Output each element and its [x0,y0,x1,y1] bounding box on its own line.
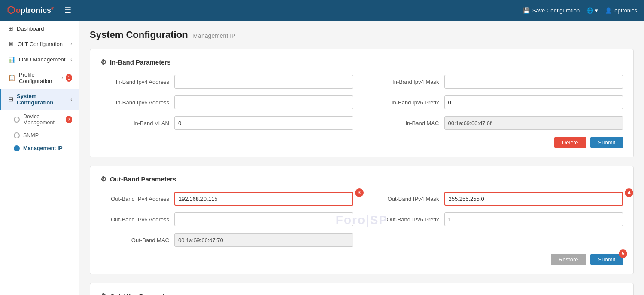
in-band-vlan-label: In-Band VLAN [100,120,169,126]
in-band-ipv6-address-input[interactable] [174,95,353,109]
out-band-ipv6-prefix-input[interactable] [444,212,623,226]
gateway-section: ⚙ GateWay Parameter IPv4 GateWay 6 IPv6 … [90,283,634,295]
save-config-label: Save Configuration [532,7,580,14]
chevron-icon: ‹ [70,97,72,102]
sidebar-sub-snmp[interactable]: SNMP [0,129,79,142]
profile-badge: 1 [66,74,72,82]
badge-5: 5 [619,249,627,258]
in-band-ipv4-address-row: In-Band Ipv4 Address [100,75,353,89]
in-band-title-text: In-Band Parameters [110,58,171,66]
out-band-button-row: Restore Submit 5 [100,254,623,265]
globe-icon: 🌐 [586,7,593,14]
in-band-ipv6-prefix-input[interactable] [444,95,623,109]
in-band-ipv4-address-label: In-Band Ipv4 Address [100,79,169,85]
circle-icon [14,132,20,138]
out-band-title-text: Out-Band Parameters [110,175,176,183]
out-band-ipv4-address-row: Out-Band IPv4 Address 3 [100,192,353,206]
out-band-ipv6-address-row: Out-Band IPv6 Address [100,212,353,226]
gateway-title-text: GateWay Parameter [110,292,170,295]
page-header: System Configuration Management IP [90,29,634,40]
in-band-delete-button[interactable]: Delete [554,137,586,148]
in-band-ipv4-address-input[interactable] [174,75,353,89]
out-band-ipv4-mask-input[interactable] [444,192,623,206]
out-band-ipv4-mask-row: Out-Band IPv4 Mask 4 [371,192,623,206]
sidebar-item-label: ONU Management [19,56,65,63]
circle-icon [14,117,20,123]
save-icon: 💾 [523,7,530,14]
onu-icon: 📊 [8,56,15,63]
sidebar-item-label: Dashboard [17,25,44,32]
in-band-submit-button[interactable]: Submit [590,137,623,148]
in-band-section: ⚙ In-Band Parameters In-Band Ipv4 Addres… [90,49,634,157]
language-button[interactable]: 🌐 ▾ [586,7,598,14]
profile-icon: 📋 [8,74,15,81]
sidebar-item-label: OLT Configuration [18,41,63,47]
sidebar-item-system-config[interactable]: ⊟ System Configuration ‹ [0,89,79,110]
in-band-icon: ⚙ [100,58,106,66]
chevron-icon: ‹ [70,57,72,62]
out-band-mac-row: Out-Band MAC [100,233,353,247]
sidebar-item-dashboard[interactable]: ⊞ Dashboard [0,21,79,36]
in-band-ipv4-mask-input[interactable] [444,75,623,89]
page-title: System Configuration [90,29,188,40]
out-band-ipv6-prefix-label: Out-Band IPv6 Prefix [371,216,439,223]
in-band-ipv6-prefix-row: In-Band Ipv6 Prefix [371,95,623,109]
in-band-ipv4-mask-label: In-Band Ipv4 Mask [371,79,439,85]
page-subtitle: Management IP [193,32,236,39]
sub-item-label: SNMP [23,132,39,138]
in-band-mac-label: In-Band MAC [371,120,439,126]
header: ⬡ optronics® ☰ 💾 Save Configuration 🌐 ▾ … [0,0,644,21]
lang-arrow: ▾ [595,7,598,14]
logo: ⬡ optronics® [7,5,54,16]
header-right: 💾 Save Configuration 🌐 ▾ 👤 optronics [523,7,637,14]
sidebar-sub-management-ip[interactable]: Management IP [0,142,79,155]
sidebar: ⊞ Dashboard 🖥 OLT Configuration ‹ 📊 ONU … [0,21,79,295]
in-band-button-row: Delete Submit [100,137,623,148]
main-content: System Configuration Management IP ⚙ In-… [79,21,644,295]
sidebar-item-label: Profile Configuration [19,71,61,84]
sub-item-label: Device Management [23,114,66,126]
badge-4: 4 [625,188,633,197]
out-band-restore-button[interactable]: Restore [551,254,586,265]
out-band-section-title: ⚙ Out-Band Parameters [100,175,623,183]
system-icon: ⊟ [8,96,13,103]
user-icon: 👤 [605,7,612,14]
in-band-vlan-row: In-Band VLAN [100,116,353,130]
chevron-icon: ‹ [61,75,63,80]
user-button[interactable]: 👤 optronics [605,7,637,14]
in-band-vlan-input[interactable] [174,116,353,130]
in-band-form: In-Band Ipv4 Address In-Band Ipv4 Mask I… [100,75,623,130]
out-band-section: Foro|SP ⚙ Out-Band Parameters Out-Band I… [90,166,634,274]
sidebar-item-olt-config[interactable]: 🖥 OLT Configuration ‹ [0,36,79,52]
out-band-ipv6-address-label: Out-Band IPv6 Address [100,216,169,223]
out-band-submit-button[interactable]: Submit [590,254,623,265]
out-band-ipv6-address-input[interactable] [174,212,353,226]
sidebar-item-profile-config[interactable]: 📋 Profile Configuration ‹ 1 [0,67,79,89]
sidebar-item-label: System Configuration [17,93,70,106]
olt-icon: 🖥 [8,40,14,47]
gateway-icon: ⚙ [100,292,106,295]
logo-icon: ⬡ [7,5,15,16]
sub-item-label: Management IP [23,145,63,151]
sidebar-item-onu-mgmt[interactable]: 📊 ONU Management ‹ [0,52,79,67]
hamburger-button[interactable]: ☰ [61,4,75,17]
circle-icon [14,145,20,151]
in-band-section-title: ⚙ In-Band Parameters [100,58,623,66]
in-band-ipv4-mask-row: In-Band Ipv4 Mask [371,75,623,89]
out-band-ipv4-address-input[interactable] [174,192,353,206]
in-band-mac-input [444,116,623,130]
out-band-icon: ⚙ [100,175,106,183]
chevron-icon: ‹ [70,41,72,46]
logo-text: optronics® [16,6,54,15]
user-label: optronics [614,7,637,14]
save-configuration-button[interactable]: 💾 Save Configuration [523,7,580,14]
in-band-mac-row: In-Band MAC [371,116,623,130]
out-band-mac-label: Out-Band MAC [100,237,169,243]
in-band-ipv6-address-row: In-Band Ipv6 Address [100,95,353,109]
badge-3: 3 [355,188,364,197]
sidebar-sub-device-mgmt[interactable]: Device Management 2 [0,110,79,129]
in-band-ipv6-address-label: In-Band Ipv6 Address [100,99,169,106]
in-band-ipv6-prefix-label: In-Band Ipv6 Prefix [371,99,439,106]
out-band-mac-input [174,233,353,247]
out-band-ipv4-address-label: Out-Band IPv4 Address [100,196,169,202]
